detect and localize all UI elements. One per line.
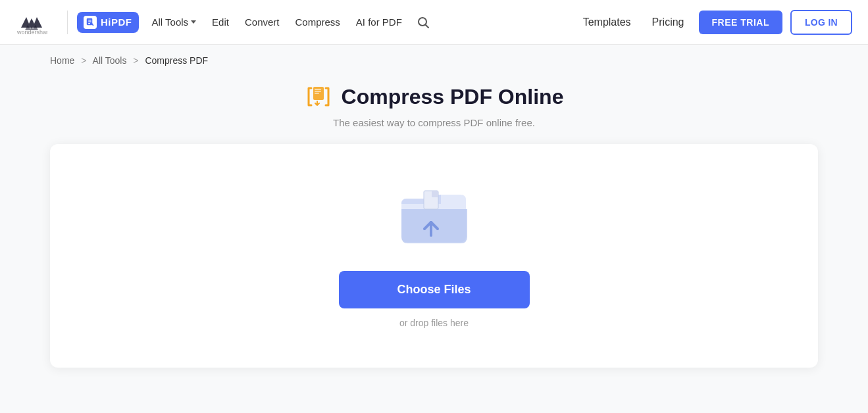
title-row: Compress PDF Online	[0, 83, 868, 110]
wondershare-logo: wondershare	[16, 9, 47, 36]
upload-container: Choose Files or drop files here	[50, 144, 818, 368]
nav-divider	[67, 11, 68, 34]
svg-rect-10	[315, 93, 319, 94]
breadcrumb-sep-1: >	[81, 55, 86, 66]
hipdf-brand[interactable]: HiPDF	[77, 12, 139, 33]
nav-links: All Tools Edit Convert Compress AI for P…	[145, 12, 435, 33]
breadcrumb-home[interactable]: Home	[50, 55, 74, 66]
search-button[interactable]	[411, 12, 435, 33]
page-subtitle: The easiest way to compress PDF online f…	[0, 117, 868, 128]
nav-templates[interactable]: Templates	[576, 12, 638, 32]
compress-pdf-icon	[305, 83, 332, 110]
nav-convert[interactable]: Convert	[238, 12, 286, 32]
hipdf-label: HiPDF	[101, 16, 132, 28]
breadcrumb-sep-2: >	[133, 55, 138, 66]
svg-rect-12	[432, 191, 438, 197]
upload-folder-icon	[395, 184, 474, 250]
page-title: Compress PDF Online	[342, 85, 564, 109]
svg-line-6	[425, 24, 428, 28]
svg-rect-3	[88, 21, 91, 22]
nav-all-tools[interactable]: All Tools	[145, 12, 203, 32]
login-button[interactable]: LOG IN	[790, 10, 852, 35]
breadcrumb-all-tools[interactable]: All Tools	[93, 55, 127, 66]
page-header: Compress PDF Online The easiest way to c…	[0, 76, 868, 144]
breadcrumb: Home > All Tools > Compress PDF	[0, 45, 868, 76]
svg-rect-9	[315, 91, 321, 92]
search-icon	[417, 16, 430, 29]
breadcrumb-current: Compress PDF	[145, 55, 208, 66]
nav-ai-for-pdf[interactable]: AI for PDF	[349, 12, 409, 32]
nav-compress[interactable]: Compress	[288, 12, 346, 32]
svg-rect-2	[88, 20, 91, 20]
nav-edit[interactable]: Edit	[205, 12, 236, 32]
svg-rect-4	[88, 23, 90, 24]
svg-rect-8	[315, 89, 321, 90]
logo-wrapper: wondershare	[16, 9, 47, 36]
hipdf-badge-icon	[84, 16, 97, 29]
choose-files-button[interactable]: Choose Files	[339, 271, 530, 308]
upload-icon-wrapper	[395, 184, 474, 253]
nav-right: Templates Pricing FREE TRIAL LOG IN	[576, 10, 852, 35]
drop-hint-text: or drop files here	[399, 318, 469, 328]
all-tools-chevron-icon	[191, 20, 196, 24]
svg-text:wondershare: wondershare	[16, 29, 47, 36]
free-trial-button[interactable]: FREE TRIAL	[699, 11, 782, 34]
navbar: wondershare HiPDF All Tools Edit Convert	[0, 0, 868, 45]
nav-pricing[interactable]: Pricing	[646, 12, 691, 32]
